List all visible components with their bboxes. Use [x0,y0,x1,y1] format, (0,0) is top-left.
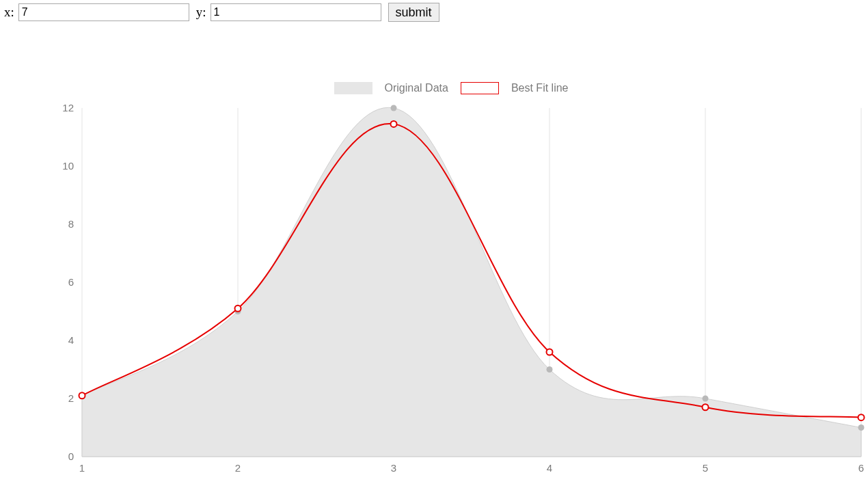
x-label: x: [4,5,14,20]
y-input[interactable] [211,3,381,21]
best-fit-point [391,121,397,127]
x-tick-label: 2 [235,462,241,474]
best-fit-point [235,306,241,312]
original-data-area [82,107,861,457]
original-data-point [703,396,709,402]
y-tick-label: 12 [62,102,74,113]
y-tick-label: 10 [62,160,74,172]
x-tick-label: 6 [858,462,864,474]
original-data-point [391,105,397,111]
chart-canvas[interactable]: 024681012123456 [68,101,868,484]
y-tick-label: 0 [68,450,74,462]
original-data-point [858,424,865,431]
y-tick-label: 2 [68,392,74,404]
best-fit-point [703,404,709,410]
chart-legend: Original Data Best Fit line [48,82,854,94]
y-label: y: [196,5,206,20]
best-fit-point [858,414,865,420]
y-tick-label: 8 [68,218,74,230]
x-input[interactable] [18,3,189,21]
input-form: x: y: submit [0,0,868,25]
y-tick-label: 4 [68,334,74,346]
chart: Original Data Best Fit line 024681012123… [48,82,854,478]
x-tick-label: 3 [391,462,396,474]
legend-swatch-fit [461,82,499,94]
y-tick-label: 6 [68,276,74,288]
legend-swatch-original [334,82,372,94]
best-fit-point [547,349,553,355]
original-data-point [547,366,553,373]
x-tick-label: 4 [547,462,552,474]
legend-label-fit: Best Fit line [511,82,569,94]
x-tick-label: 5 [703,462,708,474]
x-tick-label: 1 [79,462,85,474]
best-fit-point [79,392,85,399]
legend-label-original: Original Data [385,82,448,94]
submit-button[interactable]: submit [388,3,439,22]
